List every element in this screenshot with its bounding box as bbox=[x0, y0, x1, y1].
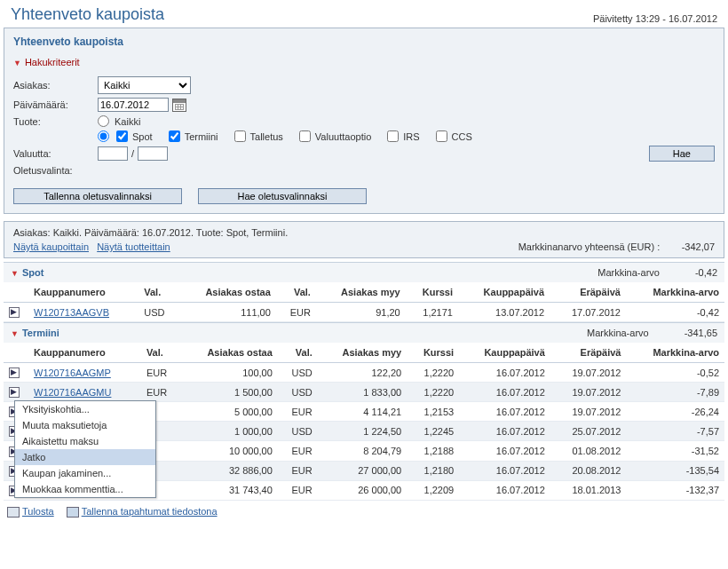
product-all-radio[interactable] bbox=[98, 115, 109, 127]
col-kurssi: Kurssi bbox=[407, 343, 459, 363]
expand-icon[interactable] bbox=[9, 367, 20, 378]
irs-checkbox[interactable] bbox=[387, 130, 399, 142]
expand-icon[interactable] bbox=[9, 307, 20, 318]
panel-title: Yhteenveto kaupoista bbox=[4, 28, 724, 53]
currency-sep: / bbox=[131, 148, 134, 159]
valuuttaoptio-label: Valuuttaoptio bbox=[315, 131, 371, 142]
print-icon bbox=[7, 507, 20, 518]
save-file-icon bbox=[67, 507, 79, 518]
valuuttaoptio-checkbox[interactable] bbox=[299, 130, 311, 142]
spot-checkbox[interactable] bbox=[116, 130, 128, 142]
col-val2: Val. bbox=[276, 282, 316, 303]
triangle-down-icon: ▼ bbox=[11, 329, 19, 338]
save-file-link[interactable]: Tallenna tapahtumat tiedostona bbox=[82, 506, 218, 517]
ccs-label: CCS bbox=[452, 131, 472, 142]
trade-link[interactable]: W120713AAGVB bbox=[34, 307, 109, 318]
search-button[interactable]: Hae bbox=[649, 146, 715, 162]
termiini-label: Termiini bbox=[185, 131, 218, 142]
col-myy: Asiakas myy bbox=[316, 282, 406, 303]
page-title: Yhteenveto kaupoista bbox=[11, 5, 164, 24]
context-menu-item[interactable]: Kaupan jakaminen... bbox=[15, 465, 155, 481]
talletus-label: Talletus bbox=[250, 131, 283, 142]
triangle-down-icon: ▼ bbox=[13, 59, 21, 67]
mv-total-label: Markkinanarvo yhteensä (EUR) : bbox=[518, 241, 661, 252]
updated-timestamp: Päivitetty 13:29 - 16.07.2012 bbox=[593, 13, 717, 24]
spot-section-header[interactable]: ▼Spot Markkina-arvo -0,42 bbox=[4, 262, 724, 282]
print-link[interactable]: Tulosta bbox=[22, 506, 54, 517]
product-selected-radio[interactable] bbox=[98, 130, 109, 142]
default-label: Oletusvalinta: bbox=[13, 165, 98, 176]
criteria-label: Hakukriteerit bbox=[25, 57, 80, 67]
criteria-toggle[interactable]: ▼Hakukriteerit bbox=[4, 53, 724, 71]
table-row: W120716AAGMUEUR1 500,00USD1 833,001,2220… bbox=[4, 383, 724, 402]
col-kauppa: Kauppanumero bbox=[28, 343, 141, 363]
col-kauppa: Kauppanumero bbox=[28, 282, 138, 303]
col-val1: Val. bbox=[141, 343, 181, 363]
col-mv: Markkina-arvo bbox=[626, 282, 724, 303]
spot-mv-label: Markkina-arvo bbox=[597, 267, 660, 278]
termiini-mv-label: Markkina-arvo bbox=[587, 328, 649, 338]
spot-label: Spot bbox=[132, 131, 153, 142]
col-myy: Asiakas myy bbox=[318, 343, 407, 363]
trade-link[interactable]: W120716AAGMU bbox=[34, 387, 111, 398]
termiini-section-header[interactable]: ▼Termiini Markkina-arvo -341,65 bbox=[4, 322, 724, 343]
date-input[interactable] bbox=[98, 98, 169, 112]
trade-link[interactable]: W120716AAGMP bbox=[34, 367, 111, 378]
col-ostaa: Asiakas ostaa bbox=[181, 343, 278, 363]
fetch-default-button[interactable]: Hae oletusvalinnaksi bbox=[198, 188, 367, 204]
product-all-label: Kaikki bbox=[115, 116, 140, 127]
context-menu-item[interactable]: Muokkaa kommenttia... bbox=[15, 481, 155, 497]
expand-icon[interactable] bbox=[9, 387, 20, 398]
termiini-checkbox[interactable] bbox=[169, 130, 180, 142]
ccs-checkbox[interactable] bbox=[436, 130, 447, 142]
col-kp: Kauppapäivä bbox=[459, 343, 550, 363]
col-val1: Val. bbox=[138, 282, 178, 303]
col-ep: Eräpäivä bbox=[550, 282, 626, 303]
context-menu-item[interactable]: Jatko bbox=[15, 449, 155, 465]
table-row: W120716AAGMPEUR100,00USD122,201,222016.0… bbox=[4, 363, 724, 383]
customer-select[interactable]: Kaikki bbox=[98, 76, 191, 94]
context-menu-item[interactable]: Muuta maksutietoja bbox=[15, 417, 155, 433]
context-menu: Yksityiskohtia...Muuta maksutietojaAikai… bbox=[14, 400, 156, 498]
context-menu-item[interactable]: Aikaistettu maksu bbox=[15, 433, 155, 449]
mv-total-value: -342,07 bbox=[682, 241, 715, 252]
col-mv: Markkina-arvo bbox=[626, 343, 724, 363]
termiini-mv-value: -341,65 bbox=[684, 328, 717, 338]
col-val2: Val. bbox=[278, 343, 318, 363]
date-label: Päivämäärä: bbox=[13, 99, 98, 110]
spot-table: Kauppanumero Val. Asiakas ostaa Val. Asi… bbox=[4, 282, 724, 322]
col-kp: Kauppapäivä bbox=[458, 282, 550, 303]
triangle-down-icon: ▼ bbox=[11, 269, 19, 278]
irs-label: IRS bbox=[403, 131, 419, 142]
summary-bar: Asiakas: Kaikki. Päivämäärä: 16.07.2012.… bbox=[4, 221, 724, 258]
spot-title: Spot bbox=[22, 267, 44, 278]
summary-text: Asiakas: Kaikki. Päivämäärä: 16.07.2012.… bbox=[13, 227, 715, 238]
save-default-button[interactable]: Tallenna oletusvalinnaksi bbox=[13, 188, 182, 204]
col-kurssi: Kurssi bbox=[406, 282, 458, 303]
product-label: Tuote: bbox=[13, 116, 98, 127]
spot-mv-value: -0,42 bbox=[695, 267, 717, 278]
currency-to-input[interactable] bbox=[138, 146, 168, 161]
context-menu-item[interactable]: Yksityiskohtia... bbox=[15, 401, 155, 417]
customer-label: Asiakas: bbox=[13, 80, 98, 91]
link-tuotteittain[interactable]: Näytä tuotteittain bbox=[97, 241, 170, 252]
currency-label: Valuutta: bbox=[13, 148, 98, 159]
search-panel: Yhteenveto kaupoista ▼Hakukriteerit Asia… bbox=[4, 28, 724, 214]
link-kaupoittain[interactable]: Näytä kaupoittain bbox=[13, 241, 89, 252]
col-ostaa: Asiakas ostaa bbox=[178, 282, 275, 303]
table-row: W120713AAGVBUSD111,00EUR91,201,217113.07… bbox=[4, 303, 724, 322]
termiini-title: Termiini bbox=[22, 328, 59, 338]
calendar-icon[interactable] bbox=[172, 99, 186, 112]
talletus-checkbox[interactable] bbox=[234, 130, 246, 142]
col-ep: Eräpäivä bbox=[550, 343, 627, 363]
currency-from-input[interactable] bbox=[98, 146, 128, 161]
